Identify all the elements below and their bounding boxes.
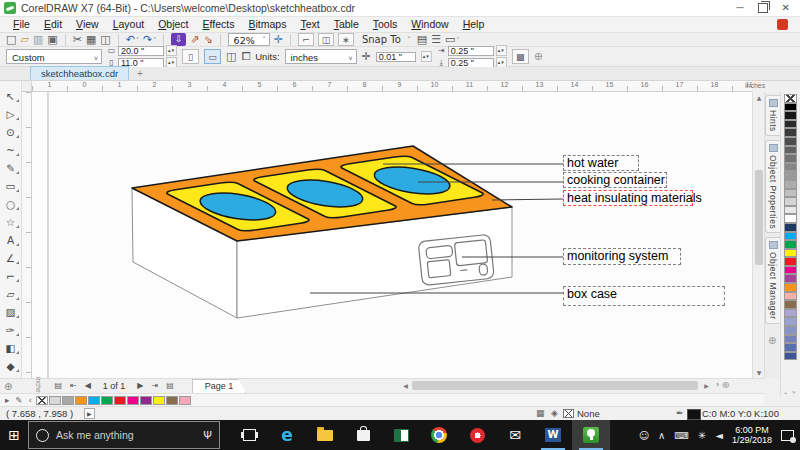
- toolbar-item-snap-to[interactable]: Snap To: [358, 33, 413, 46]
- microphone-icon[interactable]: Ψ: [203, 429, 212, 442]
- color-swatch[interactable]: [784, 343, 797, 352]
- color-swatch[interactable]: [784, 146, 797, 155]
- hidden-icons-chevron[interactable]: ∧: [658, 430, 665, 441]
- color-swatch[interactable]: [784, 120, 797, 129]
- color-swatch[interactable]: [784, 232, 797, 241]
- docker-tab-object-manager[interactable]: Object Manager: [765, 237, 781, 323]
- toolbar-item-separator[interactable]: [118, 34, 119, 46]
- pan-corner-icon[interactable]: ›: [716, 380, 719, 389]
- tool-freehand-tool[interactable]: ~: [2, 140, 20, 158]
- vertical-scrollbar[interactable]: ▲ ▼: [752, 92, 764, 378]
- add-page-plus-icon[interactable]: ⊕: [0, 381, 16, 392]
- monitoring-panel[interactable]: [418, 234, 494, 285]
- color-swatch[interactable]: [784, 103, 797, 112]
- tool-dimension-tool[interactable]: ∠: [2, 248, 20, 266]
- horizontal-scrollbar[interactable]: ◀ ▶: [400, 380, 712, 391]
- color-swatch[interactable]: [784, 335, 797, 344]
- toolbar-item-full-screen-preview[interactable]: ⌐: [298, 33, 314, 46]
- tool-rectangle-tool[interactable]: ▭: [2, 176, 20, 194]
- document-color-swatch[interactable]: [153, 396, 165, 405]
- color-swatch[interactable]: [784, 257, 797, 266]
- toolbar-item-separator[interactable]: [65, 34, 66, 46]
- toolbar-item-show-grid[interactable]: ∗: [338, 33, 354, 46]
- next-page-button[interactable]: ▶: [133, 379, 147, 393]
- toolbar-item-save-document[interactable]: ▥: [33, 33, 43, 46]
- color-swatch[interactable]: [784, 300, 797, 309]
- whats-new-icon[interactable]: [777, 19, 788, 30]
- palette-scroll-left-icon[interactable]: ‹: [26, 395, 33, 405]
- document-tab[interactable]: sketchheatbox.cdr: [30, 66, 129, 80]
- menu-item[interactable]: Bitmaps: [241, 17, 293, 32]
- color-swatch[interactable]: [784, 128, 797, 137]
- ruler-origin[interactable]: [22, 81, 32, 92]
- zoom-page-icon[interactable]: ◎: [722, 380, 729, 389]
- color-swatch[interactable]: [784, 240, 797, 249]
- toolbar-item-copy[interactable]: ▦: [86, 33, 96, 46]
- color-swatch[interactable]: [784, 171, 797, 180]
- tool-artistic-media-tool[interactable]: ✎: [2, 158, 20, 176]
- taskbar-clock[interactable]: 6:00 PM 1/29/2018: [732, 425, 772, 445]
- all-pages-icon[interactable]: ◫: [226, 50, 236, 63]
- people-icon[interactable]: ☺: [639, 430, 649, 441]
- current-page-icon[interactable]: ⧠: [241, 50, 250, 63]
- label-hot-water[interactable]: hot water: [563, 155, 639, 171]
- tool-shape-tool[interactable]: ▷: [2, 104, 20, 122]
- taskbar-app-file-explorer[interactable]: [306, 420, 344, 450]
- add-page-end-icon[interactable]: ▤: [162, 379, 178, 393]
- taskbar-app-store[interactable]: [344, 420, 382, 450]
- color-swatch[interactable]: [784, 274, 797, 283]
- eyedropper-icon[interactable]: ✎: [13, 395, 24, 405]
- menu-item[interactable]: View: [69, 17, 106, 32]
- taskbar-app-coreldraw[interactable]: [572, 420, 610, 450]
- previous-page-button[interactable]: ◀: [81, 379, 95, 393]
- taskbar-app-opera[interactable]: [458, 420, 496, 450]
- docker-tab-hints[interactable]: Hints: [765, 95, 781, 136]
- scroll-right-icon[interactable]: ▶: [701, 380, 712, 391]
- toolbar-item-separator[interactable]: [163, 34, 164, 46]
- menu-item[interactable]: File: [6, 17, 37, 32]
- document-color-swatch[interactable]: [36, 396, 48, 405]
- tool-transparency-tool[interactable]: ▨: [2, 302, 20, 320]
- menu-item[interactable]: Text: [293, 17, 326, 32]
- color-swatch[interactable]: [784, 214, 797, 223]
- menu-item[interactable]: Object: [151, 17, 195, 32]
- label-cooking-container[interactable]: cooking container: [563, 172, 667, 188]
- color-swatch[interactable]: [784, 223, 797, 232]
- document-color-swatch[interactable]: [114, 396, 126, 405]
- docker-tab-object-properties[interactable]: Object Properties: [765, 140, 781, 233]
- tool-smart-fill-tool[interactable]: ◆: [2, 356, 20, 374]
- page-width-field[interactable]: 20.0 ": [118, 46, 164, 56]
- color-swatch[interactable]: [784, 317, 797, 326]
- tool-text-tool[interactable]: A: [2, 230, 20, 248]
- taskbar-app-task-view[interactable]: [230, 420, 268, 450]
- color-swatch[interactable]: [784, 189, 797, 198]
- tool-drop-shadow-tool[interactable]: ▱: [2, 284, 20, 302]
- nudge-stepper[interactable]: ▴▾: [421, 51, 432, 62]
- toolbar-item-publish-to-pdf[interactable]: ⇘: [203, 33, 212, 46]
- page-width-stepper[interactable]: ▴▾: [166, 45, 177, 56]
- first-page-button[interactable]: ⇤: [66, 379, 81, 393]
- color-swatch[interactable]: [784, 352, 797, 361]
- palette-scroll-arrows[interactable]: ⌄»: [783, 388, 796, 395]
- tool-connector-tool[interactable]: ⌐: [2, 266, 20, 284]
- color-swatch[interactable]: [784, 163, 797, 172]
- status-flyout-button[interactable]: ▶: [84, 408, 95, 419]
- duplicate-x-stepper[interactable]: ▴▾: [496, 45, 507, 56]
- label-heat-insulating-materials[interactable]: heat insulating materials: [563, 190, 693, 206]
- menu-item[interactable]: Tools: [366, 17, 405, 32]
- tool-color-eyedropper-tool[interactable]: ✑: [2, 320, 20, 338]
- document-color-swatch[interactable]: [179, 396, 191, 405]
- document-color-swatch[interactable]: [140, 396, 152, 405]
- color-swatch[interactable]: [784, 266, 797, 275]
- tool-interactive-fill-tool[interactable]: ◧: [2, 338, 20, 356]
- color-swatch[interactable]: [784, 137, 797, 146]
- add-page-start-icon[interactable]: ▤: [50, 379, 66, 393]
- last-page-button[interactable]: ⇥: [148, 379, 163, 393]
- duplicate-y-field[interactable]: 0.25 ": [448, 58, 494, 68]
- taskbar-app-chrome[interactable]: [420, 420, 458, 450]
- menu-item[interactable]: Help: [456, 17, 492, 32]
- taskbar-app-edge[interactable]: e: [268, 420, 306, 450]
- document-color-swatch[interactable]: [88, 396, 100, 405]
- toolbar-item-separator[interactable]: [290, 34, 291, 46]
- toolbar-item-zoom-levels[interactable]: 62%: [228, 33, 270, 46]
